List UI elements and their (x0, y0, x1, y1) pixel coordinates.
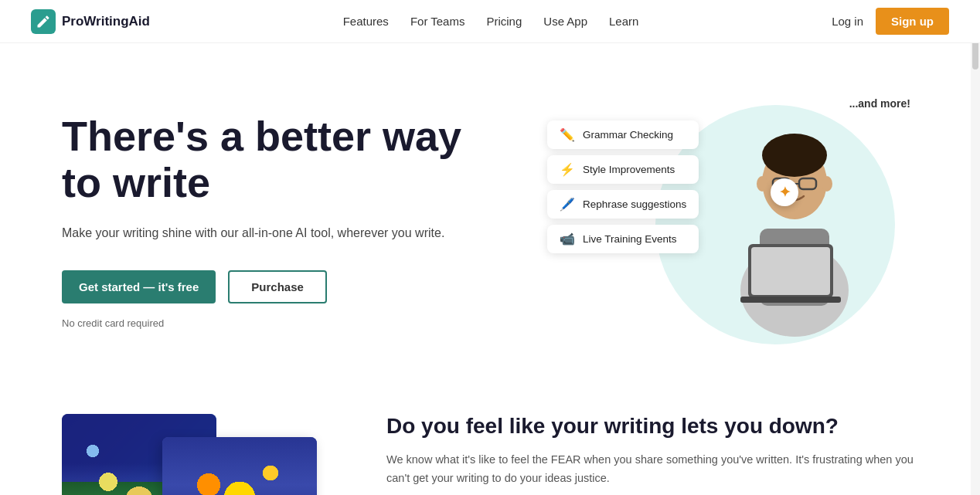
second-left: My idea in my head (62, 414, 340, 495)
second-body: We know what it's like to feel the FEAR … (386, 451, 918, 488)
page-scrollbar[interactable] (971, 0, 980, 495)
hero-note: No credit card required (62, 317, 464, 329)
feature-card-training: 📹 Live Training Events (547, 225, 699, 253)
feature-cards: ✏️ Grammar Checking ⚡ Style Improvements… (547, 120, 699, 253)
get-started-button[interactable]: Get started — it's free (62, 270, 216, 303)
nav-actions: Log in Sign up (832, 8, 949, 35)
svg-rect-9 (740, 297, 841, 303)
hero-title: There's a better way to write (62, 113, 464, 206)
hero-left: There's a better way to write Make your … (62, 113, 464, 330)
feature-card-style: ⚡ Style Improvements (547, 155, 699, 184)
add-badge: ✦ (771, 178, 798, 206)
purchase-button[interactable]: Purchase (228, 270, 327, 303)
navbar: ProWritingAid Features For Teams Pricing… (0, 0, 980, 43)
nav-links: Features For Teams Pricing Use App Learn (343, 15, 639, 28)
painting-front (162, 437, 317, 495)
logo-text: ProWritingAid (62, 14, 150, 29)
hero-person-illustration (717, 90, 872, 337)
hero-section: There's a better way to write Make your … (0, 43, 980, 383)
feature-card-rephrase-label: Rephrase suggestions (583, 198, 686, 210)
second-section: My idea in my head Do you feel like your… (0, 383, 980, 495)
style-icon: ⚡ (560, 162, 575, 177)
rephrase-icon: 🖊️ (560, 197, 575, 212)
painting-front-art (162, 437, 317, 495)
feature-card-grammar: ✏️ Grammar Checking (547, 120, 699, 149)
login-button[interactable]: Log in (832, 15, 863, 28)
feature-card-training-label: Live Training Events (583, 233, 677, 245)
feature-card-grammar-label: Grammar Checking (583, 129, 673, 141)
svg-point-11 (822, 176, 832, 192)
feature-card-style-label: Style Improvements (583, 164, 675, 175)
logo-icon (31, 9, 56, 34)
painting-stack: My idea in my head (62, 414, 325, 495)
second-right: Do you feel like your writing lets you d… (386, 414, 918, 488)
grammar-icon: ✏️ (560, 127, 575, 142)
training-icon: 📹 (560, 232, 575, 246)
hero-illustration: ...and more! ✦ ✏️ Grammar Checking ⚡ Sty… (547, 90, 918, 352)
svg-point-3 (762, 134, 827, 177)
feature-card-rephrase: 🖊️ Rephrase suggestions (547, 190, 699, 219)
and-more-label: ...and more! (849, 97, 910, 110)
svg-rect-8 (751, 247, 830, 295)
signup-button[interactable]: Sign up (876, 8, 949, 35)
hero-buttons: Get started — it's free Purchase (62, 270, 464, 303)
logo[interactable]: ProWritingAid (31, 9, 150, 34)
nav-use-app[interactable]: Use App (543, 15, 587, 28)
nav-pricing[interactable]: Pricing (486, 15, 522, 28)
hero-subtitle: Make your writing shine with our all-in-… (62, 224, 464, 242)
nav-for-teams[interactable]: For Teams (410, 15, 465, 28)
nav-features[interactable]: Features (343, 15, 389, 28)
svg-point-10 (757, 176, 767, 192)
logo-svg (36, 14, 51, 29)
nav-learn[interactable]: Learn (609, 15, 638, 28)
second-title: Do you feel like your writing lets you d… (386, 414, 918, 439)
